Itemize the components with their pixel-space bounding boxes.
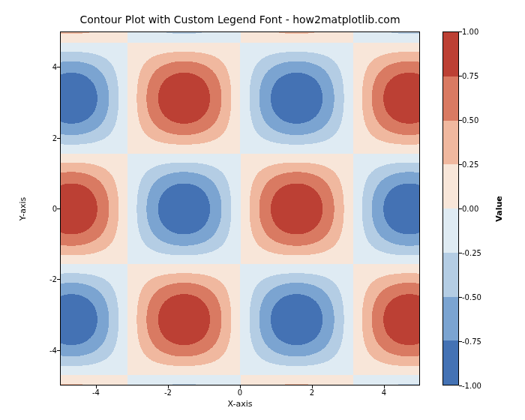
colorbar-tick: 0.50: [462, 116, 478, 124]
figure: Contour Plot with Custom Legend Font - h…: [0, 0, 525, 420]
x-axis-label: X-axis: [60, 399, 420, 409]
colorbar-tick: 1.00: [462, 28, 478, 36]
x-tick: 2: [310, 388, 314, 397]
colorbar-tick: -0.25: [462, 249, 482, 257]
y-axis-label: Y-axis: [18, 32, 28, 386]
colorbar-label: Value: [494, 32, 504, 386]
colorbar-tick: -0.75: [462, 338, 482, 346]
contour-surface: [61, 32, 419, 385]
colorbar-tick: 0.75: [462, 72, 478, 80]
colorbar: [442, 32, 459, 386]
x-tick: 0: [238, 388, 242, 397]
x-tick: 4: [382, 388, 386, 397]
y-tick: -4: [44, 346, 57, 354]
y-tick: 2: [44, 134, 57, 142]
y-tick: -2: [44, 275, 57, 284]
colorbar-tick: 0.00: [462, 205, 478, 213]
colorbar-tick: -1.00: [462, 382, 482, 390]
x-tick: -2: [164, 388, 172, 397]
colorbar-tick: 0.25: [462, 160, 478, 169]
chart-title: Contour Plot with Custom Legend Font - h…: [60, 14, 420, 26]
y-tick: 0: [44, 205, 57, 213]
x-tick: -4: [92, 388, 100, 397]
y-tick: 4: [44, 63, 57, 71]
contour-axes: [60, 32, 420, 386]
colorbar-tick: -0.50: [462, 293, 482, 302]
